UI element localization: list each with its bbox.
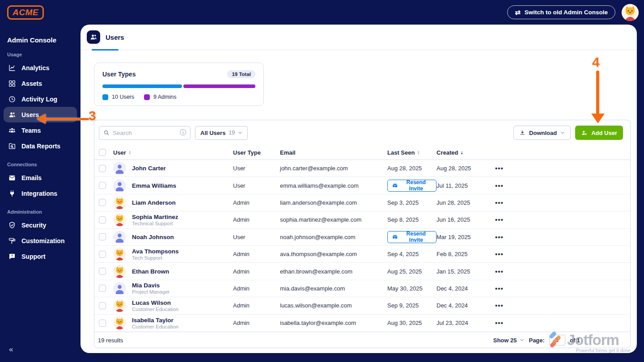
row-actions-button[interactable]: •••: [491, 233, 630, 241]
user-name[interactable]: Isabella Taylor: [132, 317, 178, 324]
sidebar-item-label: Activity Log: [21, 96, 57, 103]
user-name[interactable]: Emma Williams: [132, 182, 176, 189]
sidebar-item-label: Emails: [21, 174, 42, 181]
sidebar-item-teams[interactable]: Teams: [4, 122, 77, 138]
resend-invite-button[interactable]: Resend Invite: [387, 231, 436, 243]
column-header-created[interactable]: Created▲▼: [436, 149, 491, 156]
users-table-container: ⓘ All Users 19 Download Add User User▲▼ …: [94, 120, 631, 348]
sidebar-item-label: Data Reports: [21, 143, 60, 150]
switch-to-old-console-button[interactable]: ⇄ Switch to old Admin Console: [507, 5, 615, 19]
select-all-checkbox[interactable]: [99, 149, 106, 156]
last-seen-cell: Sep 3, 2025: [387, 199, 436, 206]
row-checkbox[interactable]: [99, 302, 106, 309]
last-seen-cell: Sep 8, 2025: [387, 216, 436, 223]
cat-avatar: [113, 316, 126, 329]
jotform-watermark: Jotform Powerful forms get it done: [547, 331, 631, 353]
account-avatar[interactable]: [622, 4, 639, 21]
sidebar-item-analytics[interactable]: Analytics: [4, 60, 77, 76]
row-checkbox[interactable]: [99, 216, 106, 223]
table-row: Ethan Brown Admin ethan.brown@example.co…: [94, 263, 630, 280]
show-per-page-dropdown[interactable]: Show 25: [493, 337, 525, 344]
sidebar-item-integrations[interactable]: Integrations: [4, 185, 77, 201]
users-icon: [8, 111, 16, 119]
sidebar-item-emails[interactable]: Emails: [4, 170, 77, 185]
row-checkbox[interactable]: [99, 285, 106, 292]
row-actions-button[interactable]: •••: [491, 285, 630, 292]
row-checkbox[interactable]: [99, 320, 106, 327]
last-seen-cell: Sep 9, 2025: [387, 302, 436, 309]
download-label: Download: [529, 130, 557, 136]
active-tab-indicator: [92, 49, 119, 51]
sidebar-item-label: Teams: [21, 127, 41, 134]
search-input-field[interactable]: [113, 130, 177, 136]
column-header-user[interactable]: User▲▼: [113, 149, 233, 156]
swap-arrows-icon: ⇄: [515, 9, 521, 16]
resend-invite-button[interactable]: Resend Invite: [387, 180, 436, 192]
show-label: Show 25: [493, 337, 517, 344]
section-label-usage: Usage: [4, 52, 77, 57]
info-icon: ⓘ: [180, 129, 186, 137]
user-name[interactable]: Ethan Brown: [132, 268, 169, 275]
table-row: Mia DavisProject Manager Admin mia.davis…: [94, 280, 630, 297]
column-header-last-seen[interactable]: Last Seen▲▼: [387, 149, 436, 156]
created-cell: Feb 8, 2025: [436, 251, 491, 257]
download-button[interactable]: Download: [513, 126, 571, 140]
user-name[interactable]: Noah Johnson: [132, 234, 174, 240]
user-name[interactable]: John Carter: [132, 165, 166, 172]
row-checkbox[interactable]: [99, 199, 106, 206]
user-name[interactable]: Liam Anderson: [132, 199, 176, 206]
support-chat-icon: ?: [8, 253, 16, 261]
integrations-icon: [8, 189, 16, 198]
sidebar-item-activity-log[interactable]: Activity Log: [4, 91, 77, 107]
user-type-cell: Admin: [233, 268, 280, 275]
created-cell: Mar 19, 2025: [436, 234, 491, 240]
user-name[interactable]: Mia Davis: [132, 282, 169, 289]
add-user-button[interactable]: Add User: [575, 126, 623, 140]
table-row: Isabella TaylorCustomer Education Admin …: [94, 315, 630, 332]
row-checkbox[interactable]: [99, 268, 106, 275]
cat-avatar: [113, 248, 126, 261]
row-actions-button[interactable]: •••: [491, 268, 630, 275]
user-name[interactable]: Ava Thompsons: [132, 248, 179, 255]
table-row: Liam Anderson Admin liam.anderson@exampl…: [94, 194, 630, 211]
created-cell: Jul 11, 2025: [436, 182, 491, 189]
sidebar-item-support[interactable]: ? Support: [4, 248, 77, 264]
row-actions-button[interactable]: •••: [491, 319, 630, 327]
row-checkbox[interactable]: [99, 165, 106, 172]
row-actions-button[interactable]: •••: [491, 182, 630, 189]
row-checkbox[interactable]: [99, 251, 106, 258]
sidebar-item-data-reports[interactable]: Data Reports: [4, 138, 77, 154]
row-checkbox[interactable]: [99, 182, 106, 189]
table-row: Noah Johnson User noah.johnson@example.c…: [94, 229, 630, 246]
email-cell: liam.anderson@example.com: [280, 199, 387, 206]
total-badge: 19 Total: [227, 70, 255, 78]
user-subtitle: Tech Support: [132, 255, 179, 261]
user-filter-dropdown[interactable]: All Users 19: [195, 126, 248, 140]
email-cell: noah.johnson@example.com: [280, 234, 387, 240]
row-actions-button[interactable]: •••: [491, 199, 630, 206]
row-actions-button[interactable]: •••: [491, 164, 630, 172]
search-input[interactable]: ⓘ: [99, 126, 191, 140]
resend-invite-label: Resend Invite: [400, 231, 432, 243]
activity-log-icon: [8, 95, 16, 103]
email-cell: ethan.brown@example.com: [280, 268, 387, 275]
annotation-step3-number: 3: [89, 108, 96, 123]
cat-avatar: [113, 299, 126, 312]
sidebar-item-security[interactable]: Security: [4, 217, 77, 233]
table-header-row: User▲▼ User Type Email Last Seen▲▼ Creat…: [94, 145, 630, 160]
sidebar-item-assets[interactable]: Assets: [4, 76, 77, 91]
sidebar-collapse-button[interactable]: «: [9, 345, 13, 354]
user-name[interactable]: Lucas Wilson: [132, 299, 178, 306]
user-name[interactable]: Sophia Martinez: [132, 214, 178, 220]
person-avatar: [113, 282, 126, 295]
email-cell: lucas.wilson@example.com: [280, 302, 387, 309]
row-actions-button[interactable]: •••: [491, 302, 630, 309]
email-cell: emma.williams@example.com: [280, 182, 387, 189]
add-user-icon: [581, 130, 588, 136]
sidebar-item-customization[interactable]: Customization: [4, 233, 77, 248]
row-checkbox[interactable]: [99, 233, 106, 240]
download-icon: [519, 130, 525, 136]
row-actions-button[interactable]: •••: [491, 216, 630, 223]
row-actions-button[interactable]: •••: [491, 250, 630, 258]
send-mail-icon: [392, 182, 398, 189]
